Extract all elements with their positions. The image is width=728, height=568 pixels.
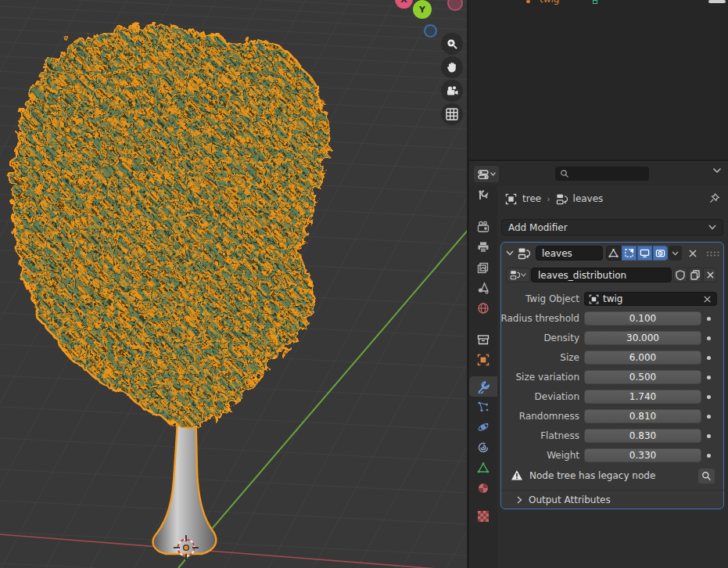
tab-texture[interactable] <box>469 506 497 527</box>
edit-mode-icon <box>624 248 634 258</box>
breadcrumb-object[interactable]: tree <box>522 193 541 204</box>
object-icon[interactable] <box>505 193 517 205</box>
geometry-nodes-icon <box>518 247 530 260</box>
scene-icon <box>477 282 490 294</box>
param-value-slider[interactable]: 0.100 <box>584 311 701 325</box>
param-value-slider[interactable]: 30.000 <box>584 331 701 345</box>
modifier-name-field[interactable]: leaves <box>536 246 603 261</box>
tab-view-layer[interactable] <box>469 257 497 278</box>
param-row: Radius threshold 0.100 <box>501 311 725 325</box>
modifier-extras-button[interactable] <box>669 246 682 261</box>
panel-expand-chevron[interactable] <box>506 250 514 256</box>
chevron-down-icon <box>521 273 526 277</box>
keyframe-dot[interactable] <box>707 434 711 438</box>
drag-grip-icon[interactable] <box>706 251 720 257</box>
render-camera-icon <box>477 221 490 233</box>
twig-object-value: twig <box>603 293 622 304</box>
keyframe-dot[interactable] <box>707 376 711 379</box>
zoom-button[interactable] <box>441 33 463 55</box>
chevron-down-icon <box>672 251 679 256</box>
output-attributes-label: Output Attributes <box>529 494 611 505</box>
properties-editor-icon <box>478 169 489 180</box>
close-icon <box>706 271 715 279</box>
search-icon <box>701 471 712 481</box>
outliner-scrollbar[interactable] <box>708 0 726 3</box>
node-group-row: leaves_distribution <box>501 268 725 283</box>
param-value-slider[interactable]: 0.810 <box>584 409 701 423</box>
editor-type-button[interactable] <box>474 166 499 182</box>
right-panel: twig <box>467 0 728 568</box>
warning-search-button[interactable] <box>698 468 715 484</box>
param-value-slider[interactable]: 0.830 <box>584 429 701 443</box>
gizmo-axis-y[interactable]: Y <box>413 0 432 19</box>
breadcrumb-item[interactable]: leaves <box>573 193 604 204</box>
param-label: Radius threshold <box>462 313 579 324</box>
view-layer-icon <box>477 261 490 274</box>
toggle-realtime-display[interactable] <box>637 246 652 261</box>
object-icon <box>589 294 599 304</box>
pin-icon[interactable] <box>708 192 720 204</box>
twig-object-field[interactable]: twig <box>584 292 717 306</box>
param-value-slider[interactable]: 0.330 <box>584 448 701 462</box>
node-group-browse-button[interactable] <box>506 268 530 282</box>
object-dot-icon <box>526 0 530 3</box>
output-attributes-panel[interactable]: Output Attributes <box>501 490 725 509</box>
keyframe-dot[interactable] <box>707 356 711 360</box>
viewport-3d[interactable]: X Y <box>0 0 467 568</box>
tree-foliage[interactable] <box>0 16 344 438</box>
outliner-editor[interactable]: twig <box>469 0 728 161</box>
camera-view-button[interactable] <box>441 80 463 102</box>
gizmo-axis-z-neg[interactable] <box>424 24 437 38</box>
tab-material[interactable] <box>469 478 497 498</box>
warning-row: Node tree has legacy node <box>501 468 725 485</box>
render-camera-icon <box>655 248 665 258</box>
geometry-nodes-icon <box>510 270 520 280</box>
mesh-data-icon <box>593 0 597 4</box>
add-modifier-button[interactable]: Add Modifier <box>501 219 723 235</box>
param-label: Weight <box>462 450 579 461</box>
shield-icon <box>676 270 685 280</box>
keyframe-dot[interactable] <box>707 415 711 419</box>
x-axis-line <box>0 534 467 568</box>
new-copy-button[interactable] <box>688 268 702 282</box>
param-label: Size <box>462 352 579 363</box>
output-printer-icon <box>477 241 490 253</box>
node-group-name: leaves_distribution <box>538 270 626 281</box>
keyframe-dot[interactable] <box>707 336 711 340</box>
tab-output[interactable] <box>469 237 497 257</box>
modifier-name: leaves <box>542 248 572 259</box>
texture-checker-icon <box>477 510 490 523</box>
fake-user-button[interactable] <box>673 268 687 282</box>
chevron-right-icon <box>517 496 522 504</box>
modifier-panel-leaves: leaves <box>500 242 724 509</box>
param-row: Flatness 0.830 <box>501 429 725 443</box>
material-icon <box>477 482 490 494</box>
keyframe-dot[interactable] <box>707 454 711 458</box>
twig-object-label: Twig Object <box>462 293 579 304</box>
breadcrumb-separator: › <box>547 194 550 204</box>
toggle-edit-mode[interactable] <box>622 246 637 261</box>
projection-toggle-button[interactable] <box>441 103 463 125</box>
tab-tool[interactable] <box>469 185 497 206</box>
breadcrumb: tree › leaves <box>497 189 728 208</box>
clear-object-icon[interactable] <box>703 295 712 304</box>
toggle-on-cage[interactable] <box>606 246 621 261</box>
properties-header <box>469 163 728 185</box>
on-cage-icon <box>608 248 619 258</box>
keyframe-dot[interactable] <box>707 317 711 321</box>
node-group-name-field[interactable]: leaves_distribution <box>531 268 672 282</box>
outliner-clipped-row[interactable]: twig <box>469 0 728 5</box>
toggle-render-display[interactable] <box>653 246 668 261</box>
properties-search-input[interactable] <box>555 167 649 181</box>
header-options-chevron[interactable] <box>712 167 722 174</box>
magnifier-plus-icon <box>446 38 458 50</box>
pan-button[interactable] <box>441 56 463 78</box>
delete-modifier-icon[interactable] <box>688 249 698 258</box>
tab-render[interactable] <box>469 217 497 237</box>
param-value-slider[interactable]: 1.740 <box>584 390 701 404</box>
keyframe-dot[interactable] <box>707 395 711 399</box>
param-value-slider[interactable]: 0.500 <box>584 370 701 384</box>
unlink-node-group-button[interactable] <box>703 268 717 282</box>
param-value-slider[interactable]: 6.000 <box>584 351 701 365</box>
param-label: Randomness <box>462 411 579 422</box>
